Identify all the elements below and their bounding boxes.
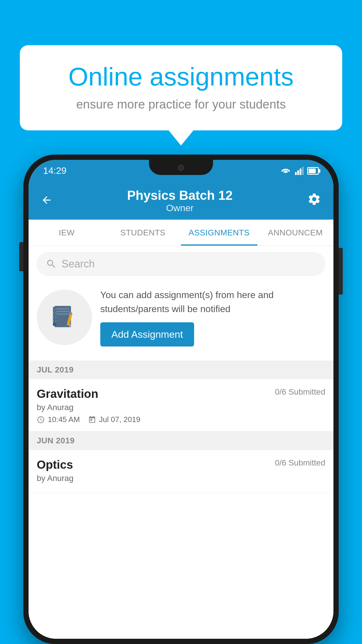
signal-icon xyxy=(295,167,304,175)
promo-description: You can add assignment(s) from here and … xyxy=(100,288,325,316)
svg-rect-2 xyxy=(297,170,299,175)
status-icons xyxy=(281,167,319,175)
assignment-by-gravitation: by Anurag xyxy=(37,403,325,412)
app-bar-title: Physics Batch 12 xyxy=(52,188,307,203)
svg-rect-6 xyxy=(56,308,69,309)
tab-students[interactable]: STUDENTS xyxy=(105,220,181,246)
svg-rect-7 xyxy=(56,311,69,312)
add-assignment-button[interactable]: Add Assignment xyxy=(100,322,194,346)
phone-screen: 14:29 xyxy=(29,160,333,639)
status-time: 14:29 xyxy=(43,165,66,176)
app-bar-subtitle: Owner xyxy=(52,203,307,214)
camera xyxy=(178,164,184,171)
notebook-icon xyxy=(51,304,78,330)
svg-rect-8 xyxy=(56,313,69,315)
assignment-promo: You can add assignment(s) from here and … xyxy=(37,282,325,352)
speech-bubble: Online assignments ensure more practice … xyxy=(20,45,342,130)
power-button xyxy=(339,248,343,295)
volume-button xyxy=(19,242,23,271)
meta-time: 10:45 AM xyxy=(37,415,80,424)
search-placeholder: Search xyxy=(61,258,95,270)
assignment-time: 10:45 AM xyxy=(48,415,80,424)
calendar-icon xyxy=(88,416,96,424)
tab-bar: IEW STUDENTS ASSIGNMENTS ANNOUNCEM xyxy=(29,220,333,246)
assignment-item-gravitation[interactable]: Gravitation 0/6 Submitted by Anurag 10:4… xyxy=(29,379,333,431)
assignment-submitted-optics: 0/6 Submitted xyxy=(275,458,325,468)
wifi-icon xyxy=(281,167,291,175)
search-bar[interactable]: Search xyxy=(37,252,325,276)
speech-bubble-subtitle: ensure more practice for your students xyxy=(40,97,322,111)
promo-icon-circle xyxy=(37,290,92,345)
promo-text-container: You can add assignment(s) from here and … xyxy=(100,288,325,346)
app-bar-title-container: Physics Batch 12 Owner xyxy=(52,188,307,214)
assignment-top-row-optics: Optics 0/6 Submitted xyxy=(37,458,325,471)
assignment-name-gravitation: Gravitation xyxy=(37,387,98,400)
app-bar: Physics Batch 12 Owner xyxy=(29,182,333,220)
back-button[interactable] xyxy=(41,192,52,209)
assignment-top-row: Gravitation 0/6 Submitted xyxy=(37,387,325,400)
svg-rect-1 xyxy=(295,172,297,175)
clock-icon xyxy=(37,416,45,424)
battery-icon xyxy=(307,167,319,175)
phone-container: 14:29 xyxy=(23,155,339,644)
section-header-jun: JUN 2019 xyxy=(29,431,333,450)
speech-bubble-title: Online assignments xyxy=(40,63,322,91)
assignment-date: Jul 07, 2019 xyxy=(99,415,140,424)
svg-rect-3 xyxy=(300,169,301,175)
assignment-submitted-gravitation: 0/6 Submitted xyxy=(275,387,325,397)
tab-assignments[interactable]: ASSIGNMENTS xyxy=(181,220,257,246)
meta-date: Jul 07, 2019 xyxy=(88,415,140,424)
settings-icon[interactable] xyxy=(307,192,321,209)
section-header-jul: JUL 2019 xyxy=(29,360,333,379)
assignment-by-optics: by Anurag xyxy=(37,474,325,483)
speech-bubble-container: Online assignments ensure more practice … xyxy=(20,45,342,130)
phone-frame: 14:29 xyxy=(23,155,339,644)
svg-point-0 xyxy=(285,172,287,173)
search-icon xyxy=(46,258,57,270)
assignment-meta-gravitation: 10:45 AM Jul 07, 2019 xyxy=(37,415,325,424)
notch xyxy=(149,160,213,175)
tab-announcements[interactable]: ANNOUNCEM xyxy=(257,220,334,246)
assignment-item-optics[interactable]: Optics 0/6 Submitted by Anurag xyxy=(29,450,333,493)
content-area: Search xyxy=(29,246,333,639)
assignment-name-optics: Optics xyxy=(37,458,73,471)
svg-rect-4 xyxy=(302,167,304,175)
tab-iew[interactable]: IEW xyxy=(29,220,105,246)
